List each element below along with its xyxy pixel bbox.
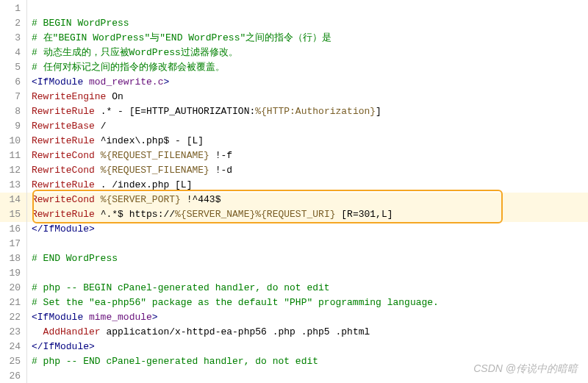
line-number: 15 xyxy=(0,207,26,222)
code-line[interactable]: # 在"BEGIN WordPress"与"END WordPress"之间的指… xyxy=(32,31,588,46)
code-line[interactable]: </IfModule> xyxy=(32,222,588,237)
code-editor[interactable]: 1 2 3 4 5 6 7 8 9 10 11 12 13 14 15 16 1… xyxy=(0,0,588,383)
code-line[interactable]: RewriteBase / xyxy=(32,119,588,134)
code-line[interactable] xyxy=(32,237,588,251)
line-number: 12 xyxy=(0,163,26,178)
line-number: 25 xyxy=(0,354,26,369)
code-line[interactable]: # Set the "ea-php56" package as the defa… xyxy=(32,296,588,310)
line-number: 11 xyxy=(0,148,26,163)
code-line[interactable] xyxy=(32,1,588,16)
line-number: 16 xyxy=(0,222,26,237)
code-line[interactable]: RewriteCond %{SERVER_PORT} !^443$ xyxy=(32,193,588,207)
line-number: 22 xyxy=(0,310,26,325)
code-line[interactable]: # 动态生成的，只应被WordPress过滤器修改。 xyxy=(32,46,588,60)
code-line[interactable]: RewriteCond %{REQUEST_FILENAME} !-f xyxy=(32,148,588,163)
line-number: 6 xyxy=(0,75,26,90)
code-line[interactable]: # 任何对标记之间的指令的修改都会被覆盖。 xyxy=(32,60,588,75)
line-number: 13 xyxy=(0,178,26,193)
code-line[interactable]: RewriteRule .* - [E=HTTP_AUTHORIZATION:%… xyxy=(32,104,588,119)
line-number: 17 xyxy=(0,237,26,251)
watermark-text: CSDN @传说中的暗暗 xyxy=(473,362,578,376)
line-number: 2 xyxy=(0,16,26,31)
line-number: 21 xyxy=(0,296,26,310)
line-number: 23 xyxy=(0,325,26,340)
line-number: 1 xyxy=(0,1,26,16)
code-line[interactable]: RewriteRule ^index\.php$ - [L] xyxy=(32,134,588,148)
line-number: 14 xyxy=(0,193,26,207)
line-number: 24 xyxy=(0,340,26,354)
code-line[interactable]: AddHandler application/x-httpd-ea-php56 … xyxy=(32,325,588,340)
line-number: 8 xyxy=(0,104,26,119)
line-number: 19 xyxy=(0,266,26,281)
code-area[interactable]: # BEGIN WordPress # 在"BEGIN WordPress"与"… xyxy=(27,0,588,383)
code-line[interactable]: RewriteRule . /index.php [L] xyxy=(32,178,588,193)
line-number: 3 xyxy=(0,31,26,46)
line-number: 7 xyxy=(0,90,26,104)
code-line[interactable]: RewriteRule ^.*$ https://%{SERVER_NAME}%… xyxy=(32,207,588,222)
code-line[interactable]: # END WordPress xyxy=(32,251,588,266)
code-line[interactable]: # BEGIN WordPress xyxy=(32,16,588,31)
code-line[interactable]: RewriteCond %{REQUEST_FILENAME} !-d xyxy=(32,163,588,178)
line-number: 10 xyxy=(0,134,26,148)
line-number: 26 xyxy=(0,369,26,383)
code-line[interactable] xyxy=(32,266,588,281)
line-number: 5 xyxy=(0,60,26,75)
code-line[interactable]: <IfModule mime_module> xyxy=(32,310,588,325)
code-line[interactable]: RewriteEngine On xyxy=(32,90,588,104)
line-number: 9 xyxy=(0,119,26,134)
line-number: 4 xyxy=(0,46,26,60)
line-number: 20 xyxy=(0,281,26,296)
code-line[interactable]: <IfModule mod_rewrite.c> xyxy=(32,75,588,90)
line-number-gutter: 1 2 3 4 5 6 7 8 9 10 11 12 13 14 15 16 1… xyxy=(0,0,27,383)
line-number: 18 xyxy=(0,251,26,266)
code-line[interactable]: # php -- BEGIN cPanel-generated handler,… xyxy=(32,281,588,296)
code-line[interactable]: </IfModule> xyxy=(32,340,588,354)
